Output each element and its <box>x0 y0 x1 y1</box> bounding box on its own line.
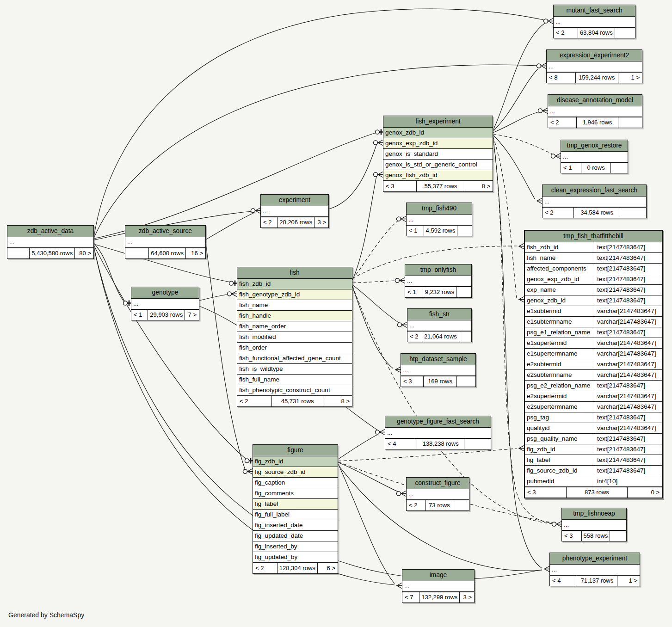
children-count[interactable]: 16 > <box>186 248 205 258</box>
column-row-tmp_fish_thatfitthebill-fig_label[interactable]: fig_labeltext[2147483647] <box>525 455 662 466</box>
table-header-fish_experiment[interactable]: fish_experiment <box>383 116 493 128</box>
parents-count[interactable]: < 1 <box>407 226 424 236</box>
parents-count[interactable]: < 4 <box>385 439 417 449</box>
column-row-htp_dataset_sample-ellipsis[interactable]: ... <box>401 365 475 376</box>
children-count[interactable] <box>610 531 626 541</box>
column-row-figure-fig_label[interactable]: fig_label <box>253 499 338 510</box>
parents-count[interactable]: < 2 <box>253 563 277 573</box>
parents-count[interactable] <box>7 248 29 258</box>
column-row-tmp_fish_thatfitthebill-genox_exp_zdb_id[interactable]: genox_exp_zdb_idtext[2147483647] <box>525 274 662 285</box>
children-count[interactable]: 8 > <box>465 181 493 191</box>
column-row-phenotype_experiment-ellipsis[interactable]: ... <box>550 565 640 575</box>
table-header-image[interactable]: image <box>402 570 474 581</box>
parents-count[interactable]: < 4 <box>550 576 577 586</box>
column-row-fish-fish_handle[interactable]: fish_handle <box>237 311 352 321</box>
column-row-figure-fig_comments[interactable]: fig_comments <box>253 488 338 499</box>
column-row-tmp_fish_thatfitthebill-e1supertermname[interactable]: e1supertermnamevarchar[2147483647] <box>525 349 662 359</box>
table-header-disease_annotation_model[interactable]: disease_annotation_model <box>548 95 642 106</box>
parents-count[interactable]: < 1 <box>131 310 148 320</box>
column-row-fish-fish_order[interactable]: fish_order <box>237 343 352 353</box>
column-row-tmp_fish_thatfitthebill-e2subtermname[interactable]: e2subtermnamevarchar[2147483647] <box>525 370 662 381</box>
children-count[interactable] <box>620 208 646 218</box>
parents-count[interactable]: < 3 <box>562 531 581 541</box>
column-row-fish_experiment-genox_fish_zdb_id[interactable]: genox_fish_zdb_id <box>383 170 493 181</box>
table-header-fish_str[interactable]: fish_str <box>407 309 471 320</box>
children-count[interactable]: 1 > <box>618 73 642 83</box>
column-row-figure-fig_caption[interactable]: fig_caption <box>253 478 338 488</box>
column-row-tmp_fish_thatfitthebill-e1subtermname[interactable]: e1subtermnamevarchar[2147483647] <box>525 317 662 327</box>
children-count[interactable] <box>456 287 471 297</box>
children-count[interactable] <box>457 226 472 236</box>
table-header-htp_dataset_sample[interactable]: htp_dataset_sample <box>401 354 475 365</box>
column-row-figure-fig_source_zdb_id[interactable]: fig_source_zdb_id <box>253 467 338 478</box>
column-row-tmp_fish_thatfitthebill-psg_tag[interactable]: psg_tagtext[2147483647] <box>525 412 662 423</box>
children-count[interactable]: 3 > <box>314 217 328 227</box>
parents-count[interactable]: < 2 <box>237 396 271 406</box>
table-header-tmp_onlyfish[interactable]: tmp_onlyfish <box>405 264 471 276</box>
parents-count[interactable]: < 2 <box>548 117 576 128</box>
column-row-tmp_genox_restore-ellipsis[interactable]: ... <box>561 152 628 162</box>
column-row-tmp_fish_thatfitthebill-e2subtermid[interactable]: e2subtermidvarchar[2147483647] <box>525 359 662 370</box>
table-header-tmp_fish_thatfitthebill[interactable]: tmp_fish_thatfitthebill <box>525 231 662 242</box>
column-row-fish_str-ellipsis[interactable]: ... <box>407 320 471 331</box>
table-header-genotype[interactable]: genotype <box>131 287 199 299</box>
parents-count[interactable] <box>125 248 148 258</box>
children-count[interactable]: 6 > <box>318 563 338 573</box>
parents-count[interactable]: < 3 <box>383 181 416 191</box>
column-row-disease_annotation_model-ellipsis[interactable]: ... <box>548 106 642 117</box>
parents-count[interactable]: < 2 <box>261 217 277 227</box>
column-row-fish-fish_full_name[interactable]: fish_full_name <box>237 375 352 385</box>
column-row-tmp_fish_thatfitthebill-affected_components[interactable]: affected_componentstext[2147483647] <box>525 264 662 274</box>
children-count[interactable]: 8 > <box>323 396 352 406</box>
column-row-tmp_fish_thatfitthebill-e1supertermid[interactable]: e1supertermidvarchar[2147483647] <box>525 338 662 349</box>
table-header-tmp_genox_restore[interactable]: tmp_genox_restore <box>561 140 628 152</box>
column-row-image-ellipsis[interactable]: ... <box>402 581 474 592</box>
column-row-tmp_fish_thatfitthebill-fig_source_zdb_id[interactable]: fig_source_zdb_idtext[2147483647] <box>525 466 662 476</box>
table-header-experiment[interactable]: experiment <box>261 195 328 206</box>
column-row-fish_experiment-genox_zdb_id[interactable]: genox_zdb_id <box>383 128 493 138</box>
column-row-tmp_fish_thatfitthebill-e2supertermname[interactable]: e2supertermnamevarchar[2147483647] <box>525 402 662 412</box>
column-row-fish_experiment-genox_exp_zdb_id[interactable]: genox_exp_zdb_id <box>383 138 493 149</box>
children-count[interactable]: 1 > <box>617 576 640 586</box>
column-row-figure-fig_zdb_id[interactable]: fig_zdb_id <box>253 456 338 467</box>
parents-count[interactable]: < 1 <box>561 163 581 173</box>
column-row-genotype-ellipsis[interactable]: ... <box>131 299 199 309</box>
column-row-tmp_fish_thatfitthebill-fig_zdb_id[interactable]: fig_zdb_idtext[2147483647] <box>525 444 662 455</box>
table-header-zdb_active_data[interactable]: zdb_active_data <box>7 226 93 237</box>
children-count[interactable] <box>611 163 628 173</box>
table-header-construct_figure[interactable]: construct_figure <box>407 478 469 489</box>
children-count[interactable] <box>618 117 642 128</box>
column-row-tmp_fish_thatfitthebill-fish_zdb_id[interactable]: fish_zdb_idtext[2147483647] <box>525 242 662 253</box>
column-row-tmp_fish_thatfitthebill-genox_zdb_id[interactable]: genox_zdb_idtext[2147483647] <box>525 295 662 306</box>
parents-count[interactable]: < 2 <box>554 28 578 38</box>
parents-count[interactable]: < 3 <box>401 376 423 387</box>
column-row-zdb_active_source-ellipsis[interactable]: ... <box>125 237 205 248</box>
table-header-figure[interactable]: figure <box>253 445 338 456</box>
parents-count[interactable]: < 1 <box>405 287 423 297</box>
column-row-fish-fish_name[interactable]: fish_name <box>237 300 352 311</box>
children-count[interactable] <box>457 376 475 387</box>
table-header-tmp_fishnoeap[interactable]: tmp_fishnoeap <box>562 508 626 520</box>
column-row-figure-fig_updated_date[interactable]: fig_updated_date <box>253 531 338 541</box>
children-count[interactable]: 7 > <box>185 310 199 320</box>
column-row-genotype_figure_fast_search-ellipsis[interactable]: ... <box>385 428 491 438</box>
column-row-tmp_fish_thatfitthebill-qualityid[interactable]: qualityidvarchar[2147483647] <box>525 423 662 434</box>
parents-count[interactable]: < 2 <box>407 500 425 510</box>
column-row-tmp_fish490-ellipsis[interactable]: ... <box>407 215 472 225</box>
column-row-figure-fig_inserted_by[interactable]: fig_inserted_by <box>253 541 338 552</box>
column-row-figure-fig_updated_by[interactable]: fig_updated_by <box>253 552 338 563</box>
column-row-tmp_fish_thatfitthebill-fish_name[interactable]: fish_nametext[2147483647] <box>525 253 662 264</box>
children-count[interactable] <box>459 332 471 342</box>
column-row-tmp_fish_thatfitthebill-e1subtermid[interactable]: e1subtermidvarchar[2147483647] <box>525 306 662 317</box>
column-row-fish-fish_name_order[interactable]: fish_name_order <box>237 321 352 332</box>
table-header-zdb_active_source[interactable]: zdb_active_source <box>125 226 205 237</box>
column-row-zdb_active_data-ellipsis[interactable]: ... <box>7 237 93 248</box>
parents-count[interactable]: < 7 <box>402 592 419 602</box>
column-row-figure-fig_full_label[interactable]: fig_full_label <box>253 510 338 520</box>
parents-count[interactable]: < 8 <box>547 73 575 83</box>
column-row-figure-fig_inserted_date[interactable]: fig_inserted_date <box>253 520 338 531</box>
column-row-fish-fish_modified[interactable]: fish_modified <box>237 332 352 343</box>
column-row-expression_experiment2-ellipsis[interactable]: ... <box>547 61 642 72</box>
column-row-mutant_fast_search-ellipsis[interactable]: ... <box>554 17 635 27</box>
parents-count[interactable]: < 2 <box>543 208 573 218</box>
